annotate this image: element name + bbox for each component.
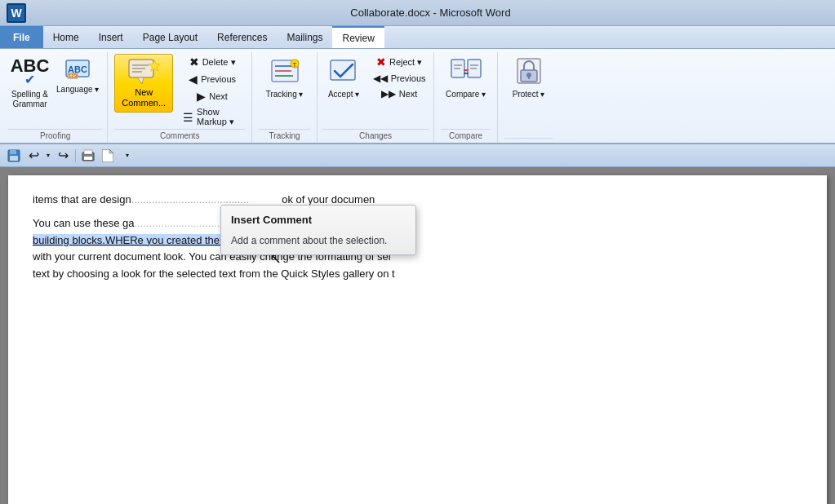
new-document-button[interactable] — [99, 147, 117, 165]
comments-group-label: Comments — [114, 129, 245, 143]
reject-label: Reject ▾ — [389, 57, 422, 68]
changes-group-label: Changes — [322, 129, 429, 143]
show-markup-label: Show Markup ▾ — [197, 107, 242, 127]
spelling-grammar-button[interactable]: ABC ✔ Spelling &Grammar — [8, 54, 51, 111]
ribbon-group-compare: Compare ▾ Compare — [434, 52, 498, 143]
accept-button[interactable]: Accept ▾ — [322, 54, 365, 101]
new-comment-label: NewCommen... — [122, 87, 166, 108]
previous-icon: ◀ — [189, 73, 198, 86]
svg-marker-34 — [109, 149, 113, 153]
ribbon-group-tracking: T Tracking ▾ Tracking — [252, 52, 318, 143]
ribbon-group-changes: Accept ▾ ✖ Reject ▾ ◀◀ Previous ▶▶ Next … — [318, 52, 434, 143]
tab-review[interactable]: Review — [332, 26, 384, 48]
toolbar-separator — [75, 149, 76, 162]
reject-icon: ✖ — [376, 55, 386, 69]
svg-text:123: 123 — [69, 73, 78, 78]
svg-marker-5 — [137, 77, 144, 84]
delete-label: Delete ▾ — [202, 57, 236, 68]
show-markup-button[interactable]: ☰ Show Markup ▾ — [180, 105, 245, 129]
ribbon-group-comments: NewCommen... ✖ Delete ▾ ◀ Previous ▶ Nex… — [108, 52, 252, 143]
accept-icon — [327, 55, 360, 88]
document-page: Insert Comment Add a comment about the s… — [8, 175, 827, 504]
delete-icon: ✖ — [189, 55, 199, 69]
tab-file[interactable]: File — [0, 26, 43, 48]
tooltip-title: Insert Comment — [231, 212, 406, 229]
previous-change-button[interactable]: ◀◀ Previous — [370, 71, 429, 86]
protect-label: Protect ▾ — [513, 90, 544, 99]
ribbon-group-proofing: ABC ✔ Spelling &Grammar ABC 123 — [3, 52, 108, 143]
reject-button[interactable]: ✖ Reject ▾ — [370, 54, 429, 70]
tracking-label: Tracking ▾ — [266, 90, 304, 99]
svg-rect-31 — [84, 150, 92, 154]
undo-dropdown-button[interactable]: ▾ — [44, 147, 52, 165]
language-label: Language ▾ — [56, 85, 99, 95]
menu-bar: File Home Insert Page Layout References … — [0, 26, 835, 49]
next-label: Next — [209, 91, 228, 101]
tab-mailings[interactable]: Mailings — [277, 26, 332, 48]
document-area: Insert Comment Add a comment about the s… — [0, 167, 835, 504]
language-icon: ABC 123 — [63, 55, 92, 85]
doc-line-1: items that are design...................… — [33, 192, 802, 209]
svg-rect-28 — [10, 150, 16, 154]
tab-references[interactable]: References — [207, 26, 277, 48]
proofing-group-label: Proofing — [8, 129, 102, 143]
word-icon: W — [7, 3, 26, 23]
prev-change-label: Previous — [391, 73, 426, 83]
compare-group-label: Compare — [441, 129, 491, 143]
accept-label: Accept ▾ — [328, 90, 359, 99]
tracking-group-label: Tracking — [259, 129, 310, 143]
prev-change-icon: ◀◀ — [373, 73, 388, 84]
protect-icon — [513, 55, 545, 88]
tooltip-popup: Insert Comment Add a comment about the s… — [220, 205, 416, 255]
protect-button[interactable]: Protect ▾ — [506, 54, 552, 101]
svg-text:T: T — [292, 62, 296, 68]
svg-rect-32 — [84, 157, 92, 160]
tracking-icon: T — [269, 55, 301, 88]
delete-comment-button[interactable]: ✖ Delete ▾ — [180, 54, 245, 70]
next-change-label: Next — [399, 89, 418, 99]
spelling-icon: ABC ✔ — [14, 55, 47, 88]
ribbon: ABC ✔ Spelling &Grammar ABC 123 — [0, 49, 835, 144]
new-comment-icon — [126, 58, 162, 87]
compare-label: Compare ▾ — [446, 90, 486, 99]
doc-line-5: text by choosing a look for the selected… — [33, 266, 802, 283]
language-button[interactable]: ABC 123 Language ▾ — [53, 54, 102, 96]
tab-page-layout[interactable]: Page Layout — [133, 26, 207, 48]
previous-label: Previous — [201, 74, 236, 84]
customize-toolbar-button[interactable]: ▾ — [118, 147, 136, 165]
quick-access-toolbar: ↩ ▾ ↪ ▾ — [0, 144, 835, 167]
tooltip-description: Add a comment about the selection. — [231, 234, 406, 248]
protect-group-label — [504, 138, 553, 143]
title-bar-title: Collaborate.docx - Microsoft Word — [33, 7, 828, 19]
tracking-button[interactable]: T Tracking ▾ — [263, 54, 307, 101]
doc-line-2: You can use these ga....................… — [33, 215, 802, 232]
save-button[interactable] — [5, 147, 23, 165]
compare-button[interactable]: Compare ▾ — [441, 54, 491, 101]
ribbon-group-protect: Protect ▾ — [498, 52, 559, 143]
svg-marker-33 — [102, 149, 113, 162]
doc-line-4: with your current document look. You can… — [33, 249, 802, 266]
tab-home[interactable]: Home — [43, 26, 89, 48]
spelling-grammar-label: Spelling &Grammar — [11, 90, 48, 109]
svg-rect-29 — [10, 156, 18, 161]
tab-insert[interactable]: Insert — [89, 26, 133, 48]
new-comment-button[interactable]: NewCommen... — [114, 54, 173, 113]
undo-button[interactable]: ↩ — [24, 147, 42, 165]
compare-icon — [450, 55, 482, 88]
next-change-button[interactable]: ▶▶ Next — [370, 86, 429, 101]
redo-button[interactable]: ↪ — [54, 147, 72, 165]
doc-line-3: building blocks.WHERe you created the yo… — [33, 232, 802, 250]
title-bar: W Collaborate.docx - Microsoft Word — [0, 0, 835, 26]
print-preview-button[interactable] — [79, 147, 97, 165]
next-change-icon: ▶▶ — [381, 88, 396, 99]
previous-comment-button[interactable]: ◀ Previous — [180, 71, 245, 87]
show-markup-icon: ☰ — [183, 111, 193, 124]
next-comment-button[interactable]: ▶ Next — [180, 88, 245, 104]
next-icon: ▶ — [197, 90, 206, 103]
